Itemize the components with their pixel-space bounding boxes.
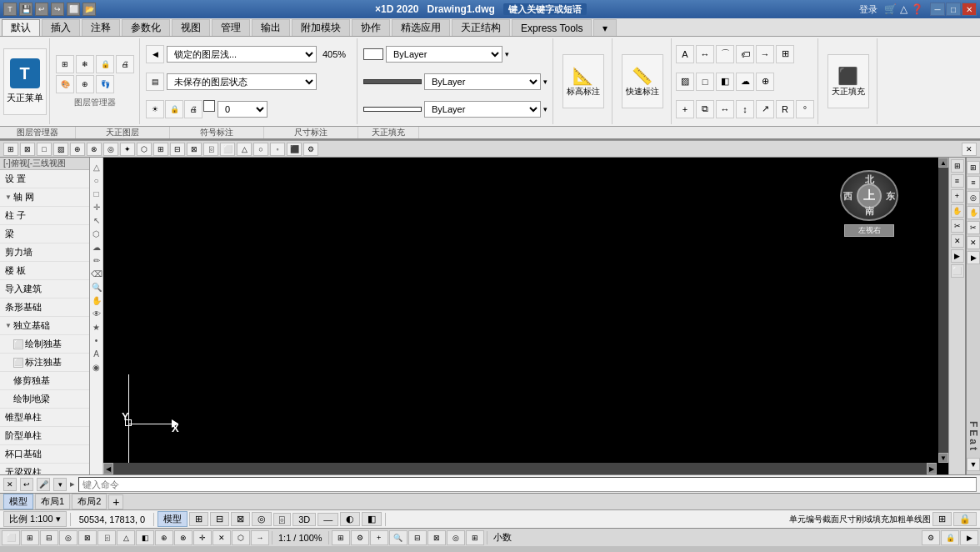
layer-print-btn[interactable]: 🖨 <box>116 55 134 73</box>
cmd-icon1[interactable]: ✕ <box>3 478 17 491</box>
layer-state-combo[interactable]: 未保存的图层状态 <box>167 73 317 90</box>
color-white[interactable] <box>203 100 215 112</box>
stb-9[interactable]: ⬡ <box>137 143 152 156</box>
rp-icon1[interactable]: ⊞ <box>951 159 964 173</box>
stb-3[interactable]: □ <box>37 143 52 156</box>
bt-14[interactable]: → <box>251 530 269 545</box>
tab-view[interactable]: 视图 <box>172 19 210 36</box>
side-icon-polygon[interactable]: ⬡ <box>91 228 102 239</box>
feat-icon6[interactable]: ✕ <box>967 236 980 249</box>
side-icon-pan[interactable]: ✋ <box>91 294 102 306</box>
tab-manage[interactable]: 管理 <box>212 19 250 36</box>
stb-18[interactable]: ⬛ <box>287 143 302 156</box>
quick-open[interactable]: 📂 <box>82 3 96 16</box>
lock2-icon[interactable]: 🔒 <box>165 100 183 118</box>
stb-16[interactable]: ○ <box>253 143 268 156</box>
cloud-btn[interactable]: ☁ <box>736 73 754 91</box>
copy-btn[interactable]: ⧉ <box>696 100 714 118</box>
compass-center[interactable]: 上 <box>857 183 882 208</box>
degree-btn[interactable]: ° <box>796 100 814 118</box>
quick-annotation-btn[interactable]: 📏 快速标注 <box>622 54 663 108</box>
bt-6[interactable]: ⌻ <box>98 530 116 545</box>
stb-2[interactable]: ⊠ <box>20 143 35 156</box>
stb-10[interactable]: ⊞ <box>153 143 168 156</box>
tab-collab[interactable]: 协作 <box>352 19 390 36</box>
stb-13[interactable]: ⌻ <box>203 143 218 156</box>
bt-7[interactable]: △ <box>117 530 135 545</box>
stb-11[interactable]: ⊟ <box>170 143 185 156</box>
bt-11[interactable]: ✛ <box>193 530 212 545</box>
bylayer-lineweight-combo[interactable]: ByLayer <box>424 101 541 118</box>
sun-icon[interactable]: ☀ <box>146 100 164 118</box>
left-isolated-foundation[interactable]: ▼独立基础 <box>0 317 89 335</box>
layer-list-btn[interactable]: ⊞ <box>56 55 74 73</box>
left-strip-foundation[interactable]: 条形基础 <box>0 299 89 317</box>
login-btn[interactable]: 登录 <box>859 3 878 16</box>
stb-14[interactable]: ⬜ <box>220 143 235 156</box>
stb-19[interactable]: ⚙ <box>303 143 318 156</box>
left-draw-iso[interactable]: ⬜ 绘制独基 <box>0 335 89 354</box>
stb-close[interactable]: ✕ <box>962 143 977 156</box>
rp-icon4[interactable]: ✋ <box>951 204 964 218</box>
scale-btn[interactable]: 比例 1:100 ▾ <box>3 511 67 527</box>
app-icon-1[interactable]: T <box>3 3 17 16</box>
bt-21[interactable]: ◎ <box>447 530 465 545</box>
dim4-btn[interactable]: ↗ <box>756 100 774 118</box>
side-icon-square[interactable]: □ <box>91 188 102 199</box>
ortho-btn[interactable]: ⊠ <box>231 512 250 526</box>
print2-icon[interactable]: 🖨 <box>184 100 202 118</box>
bt-9[interactable]: ⊕ <box>155 530 173 545</box>
left-import[interactable]: 导入建筑 <box>0 280 89 299</box>
stb-5[interactable]: ⊕ <box>70 143 85 156</box>
text-btn[interactable]: A <box>676 45 694 63</box>
dim2-btn[interactable]: ↔ <box>716 100 734 118</box>
bt-5[interactable]: ⊠ <box>78 530 97 545</box>
scroll-track-h[interactable] <box>113 463 927 474</box>
plus-btn[interactable]: + <box>676 100 694 118</box>
compass-view-btn[interactable]: 左视右 <box>844 224 894 237</box>
expand-icon2[interactable]: ▾ <box>543 78 548 86</box>
maximize-btn[interactable]: □ <box>946 3 961 16</box>
layer-walk-btn[interactable]: 👣 <box>96 75 114 93</box>
feat-icon7[interactable]: ▶ <box>967 251 980 264</box>
bt-8[interactable]: ◧ <box>136 530 154 545</box>
stb-7[interactable]: ◎ <box>103 143 118 156</box>
bt-12[interactable]: ✕ <box>212 530 231 545</box>
side-icon-select[interactable]: ↖ <box>91 214 102 226</box>
color-swatch[interactable] <box>363 48 383 60</box>
layer-lock-btn[interactable]: 🔒 <box>96 55 114 73</box>
left-trim-iso[interactable]: 修剪独基 <box>0 372 89 390</box>
tag-btn[interactable]: 🏷 <box>736 45 754 63</box>
region-btn[interactable]: ⊕ <box>756 73 774 91</box>
close-btn[interactable]: ✕ <box>962 3 977 16</box>
tab-annotate[interactable]: 注释 <box>82 19 120 36</box>
side-icon-move[interactable]: ✛ <box>91 201 102 213</box>
side-icon-dot[interactable]: • <box>91 334 102 346</box>
dim-btn[interactable]: ↔ <box>696 45 714 63</box>
tab-default[interactable]: 默认 <box>2 19 40 36</box>
bt-13[interactable]: ⬡ <box>232 530 250 545</box>
left-column[interactable]: 柱 子 <box>0 207 89 225</box>
horizontal-scrollbar[interactable]: ◀ ▶ <box>103 463 937 474</box>
tab-add[interactable]: + <box>108 494 123 509</box>
bt-10[interactable]: ⊗ <box>174 530 192 545</box>
tianzhe-btn[interactable]: ⬛ 天正填充 <box>828 54 869 108</box>
elevation-btn[interactable]: 📐 标高标注 <box>562 54 604 108</box>
left-draw-beam[interactable]: 绘制地梁 <box>0 390 89 409</box>
tab-insert[interactable]: 插入 <box>42 19 80 36</box>
feat-icon1[interactable]: ⊞ <box>967 161 980 174</box>
vertical-scrollbar[interactable]: ▲ ▼ <box>938 158 948 463</box>
bt-expand[interactable]: ▶ <box>960 530 978 545</box>
bylayer-linetype-combo[interactable]: ByLayer <box>424 73 541 90</box>
help-icon[interactable]: ❓ <box>911 3 923 15</box>
stb-1[interactable]: ⊞ <box>3 143 18 156</box>
feat-icon3[interactable]: ◎ <box>967 191 980 204</box>
minimize-btn[interactable]: ─ <box>930 3 945 16</box>
tab-model[interactable]: 模型 <box>3 494 33 509</box>
dim3-btn[interactable]: ↕ <box>736 100 754 118</box>
stb-6[interactable]: ⊗ <box>87 143 102 156</box>
rp-icon2[interactable]: ≡ <box>951 174 964 188</box>
cmd-icon2[interactable]: ↩ <box>20 478 33 491</box>
lineweight-btn[interactable]: — <box>318 513 338 526</box>
left-cone-single[interactable]: 锥型单柱 <box>0 409 89 427</box>
